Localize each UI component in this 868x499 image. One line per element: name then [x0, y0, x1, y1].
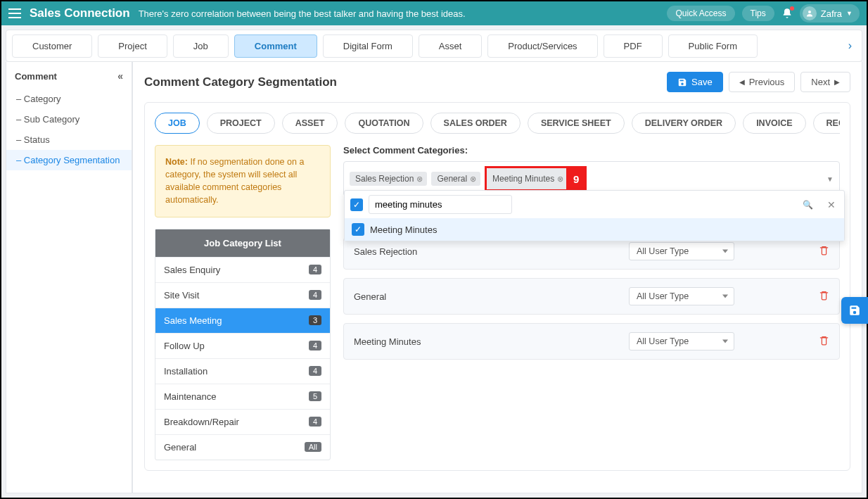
- selector-label: Select Comment Categories:: [343, 145, 840, 156]
- username: Zafra: [821, 8, 842, 19]
- category-row-label: Sales Meeting: [164, 315, 222, 326]
- page-title: Comment Category Segmentation: [144, 75, 337, 89]
- floating-save-button[interactable]: [841, 297, 868, 324]
- brand-title: Sales Connection: [30, 6, 130, 20]
- type-pill-project[interactable]: PROJECT: [207, 113, 275, 134]
- main-tab-digital-form[interactable]: Digital Form: [323, 34, 413, 58]
- main-tab-comment[interactable]: Comment: [234, 34, 317, 58]
- side-panel: Comment « – Category– Sub Category – Sta…: [6, 62, 132, 493]
- category-row[interactable]: Installation4: [155, 358, 330, 384]
- chevron-left-icon: ◀: [739, 78, 745, 86]
- user-type-select[interactable]: All User Type: [629, 332, 734, 350]
- svg-point-0: [808, 11, 811, 13]
- type-pill-quotation[interactable]: QUOTATION: [345, 113, 423, 134]
- tips-button[interactable]: Tips: [742, 6, 774, 21]
- select-all-checkbox[interactable]: ✓: [350, 198, 363, 211]
- quick-access-button[interactable]: Quick Access: [667, 6, 734, 21]
- badge: 4: [309, 290, 321, 300]
- delete-icon[interactable]: [819, 245, 829, 258]
- badge: 5: [309, 391, 321, 401]
- assignment-row: Sales RejectionAll User Type: [343, 237, 840, 270]
- tagline: There's zero correlation between being t…: [139, 8, 466, 19]
- type-pill-sales-order[interactable]: SALES ORDER: [430, 113, 521, 134]
- type-pill-job[interactable]: JOB: [155, 113, 200, 134]
- badge: 4: [309, 366, 321, 376]
- category-row[interactable]: GeneralAll: [155, 434, 330, 460]
- save-icon: [677, 77, 687, 87]
- category-row[interactable]: Maintenance5: [155, 384, 330, 409]
- note-box: Note: If no segmentation done on a categ…: [155, 145, 331, 217]
- selected-tag[interactable]: General⊗: [431, 172, 480, 186]
- category-row-label: Breakdown/Repair: [164, 417, 239, 427]
- type-pill-delivery-order[interactable]: DELIVERY ORDER: [632, 113, 736, 134]
- main-tab-public-form[interactable]: Public Form: [668, 34, 758, 58]
- chevron-down-icon: ▼: [846, 10, 853, 17]
- type-pill-receipt[interactable]: RECEIPT: [813, 113, 840, 134]
- callout-number: 9: [568, 168, 585, 189]
- next-button[interactable]: Next▶: [800, 72, 850, 92]
- type-pill-service-sheet[interactable]: SERVICE SHEET: [528, 113, 625, 134]
- notification-icon[interactable]: [781, 8, 793, 19]
- tab-scroll-right-icon[interactable]: ›: [844, 37, 856, 55]
- main-tab-product-services[interactable]: Product/Services: [487, 34, 597, 58]
- type-pill-invoice[interactable]: INVOICE: [743, 113, 805, 134]
- side-panel-title: Comment: [15, 71, 57, 82]
- user-type-select[interactable]: All User Type: [629, 287, 734, 305]
- dropdown-popup: ✓ 🔍 ✕ ✓ Meetin: [344, 190, 845, 241]
- previous-button[interactable]: ◀Previous: [729, 72, 796, 92]
- clear-search-icon[interactable]: ✕: [824, 199, 838, 210]
- assignment-label: General: [354, 291, 386, 302]
- type-pill-asset[interactable]: ASSET: [282, 113, 338, 134]
- user-type-select[interactable]: All User Type: [629, 242, 734, 260]
- content-area: Comment Category Segmentation Save ◀Prev…: [132, 62, 862, 493]
- dropdown-option[interactable]: ✓ Meeting Minutes: [345, 218, 844, 241]
- main-tab-project[interactable]: Project: [98, 34, 167, 58]
- sidebar-item[interactable]: – Category Segmentation: [6, 150, 132, 170]
- save-button[interactable]: Save: [667, 72, 723, 92]
- category-row-label: Installation: [164, 366, 208, 377]
- assignment-row: GeneralAll User Type: [343, 278, 840, 315]
- category-row[interactable]: Breakdown/Repair4: [155, 409, 330, 434]
- user-menu[interactable]: Zafra ▼: [800, 4, 860, 23]
- remove-tag-icon[interactable]: ⊗: [470, 175, 476, 184]
- category-row-label: Maintenance: [164, 391, 216, 402]
- option-checkbox[interactable]: ✓: [352, 223, 364, 236]
- search-icon: 🔍: [803, 200, 813, 210]
- main-tab-pdf[interactable]: PDF: [604, 34, 663, 58]
- category-multi-select[interactable]: Sales Rejection⊗General⊗Meeting Minutes⊗…: [343, 161, 840, 196]
- sidebar-item[interactable]: – Status: [6, 130, 132, 150]
- main-tabs: CustomerProjectJobCommentDigital FormAss…: [6, 30, 862, 62]
- menu-icon[interactable]: [8, 8, 21, 18]
- top-bar: Sales Connection There's zero correlatio…: [1, 1, 867, 25]
- category-list: Job Category List Sales Enquiry4Site Vis…: [155, 229, 331, 460]
- category-row-label: Follow Up: [164, 341, 205, 351]
- sidebar-item[interactable]: – Sub Category: [6, 109, 132, 130]
- chevron-down-icon[interactable]: ▼: [826, 175, 834, 183]
- category-row-label: Sales Enquiry: [164, 265, 220, 275]
- main-tab-job[interactable]: Job: [173, 34, 229, 58]
- search-input[interactable]: [369, 195, 512, 214]
- main-tab-customer[interactable]: Customer: [12, 34, 92, 58]
- category-list-title: Job Category List: [155, 229, 330, 257]
- badge: 4: [309, 417, 321, 427]
- save-icon: [848, 304, 861, 317]
- selected-tag[interactable]: Meeting Minutes⊗: [487, 168, 568, 189]
- selected-tag[interactable]: Sales Rejection⊗: [350, 172, 427, 186]
- badge: 3: [309, 315, 321, 325]
- category-row[interactable]: Sales Enquiry4: [155, 257, 330, 282]
- delete-icon[interactable]: [819, 290, 829, 303]
- category-row[interactable]: Site Visit4: [155, 282, 330, 308]
- sidebar-item[interactable]: – Category: [6, 89, 132, 109]
- main-tab-asset[interactable]: Asset: [419, 34, 483, 58]
- category-row[interactable]: Sales Meeting3: [155, 308, 330, 333]
- assignment-label: Sales Rejection: [354, 246, 417, 257]
- category-row-label: Site Visit: [164, 290, 199, 301]
- badge: All: [305, 442, 321, 452]
- remove-tag-icon[interactable]: ⊗: [416, 175, 423, 184]
- collapse-icon[interactable]: «: [117, 70, 123, 82]
- type-pill-row: JOBPROJECTASSETQUOTATIONSALES ORDERSERVI…: [155, 113, 840, 134]
- avatar-icon: [803, 6, 817, 20]
- remove-tag-icon[interactable]: ⊗: [557, 175, 563, 184]
- delete-icon[interactable]: [819, 335, 829, 348]
- category-row[interactable]: Follow Up4: [155, 333, 330, 358]
